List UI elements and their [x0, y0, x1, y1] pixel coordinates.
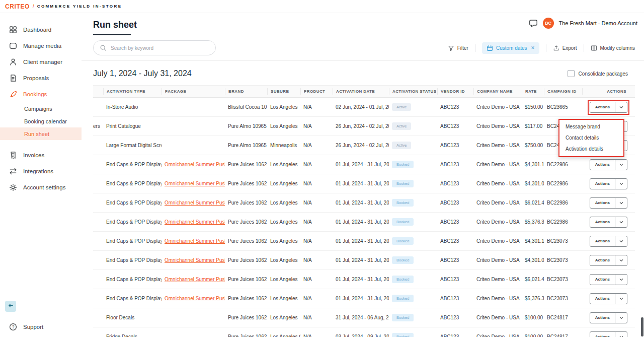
cell-rate: $100.00: [522, 315, 544, 320]
cell-activation-type: End Caps & POP Displays: [103, 200, 162, 206]
sidebar-subitem-run-sheet[interactable]: Run sheet: [0, 127, 82, 140]
actions-button[interactable]: Actions: [590, 274, 615, 285]
cell-product: N/A: [300, 238, 333, 244]
cell-package: Omnichannel Summer Push: [162, 277, 225, 282]
menu-item-activation-details[interactable]: Activation details: [559, 144, 623, 155]
avatar[interactable]: BC: [543, 18, 554, 29]
column-header-gutter: [93, 88, 103, 95]
sidebar-item-support[interactable]: ? Support: [9, 323, 43, 331]
consolidate-packages-toggle[interactable]: Consolidate packages: [568, 70, 628, 77]
sidebar-subitem-campaigns[interactable]: Campaigns: [0, 102, 82, 115]
filter-button[interactable]: Filter: [448, 45, 468, 51]
actions-dropdown-button[interactable]: [615, 102, 627, 113]
actions-button[interactable]: Actions: [590, 331, 615, 337]
sidebar-item-invoices[interactable]: Invoices: [0, 147, 82, 163]
cell-brand: Pure Almo 10965: [225, 123, 267, 129]
actions-dropdown-button[interactable]: [615, 255, 627, 266]
actions-dropdown-button[interactable]: [615, 236, 627, 247]
actions-button[interactable]: Actions: [590, 312, 615, 323]
search-input[interactable]: [111, 45, 204, 51]
collapse-sidebar-button[interactable]: [5, 301, 16, 312]
sidebar-item-client-manager[interactable]: Client manager: [0, 54, 82, 70]
table-row: Fridge DecalsPure Juices 10629Los Angele…: [93, 327, 635, 337]
vertical-scrollbar-thumb[interactable]: [641, 317, 643, 336]
export-button[interactable]: Export: [553, 45, 577, 51]
cell-activation-date: 26 Jun, 2024 - 02 Jul, 2024: [333, 143, 389, 148]
sidebar-item-bookings[interactable]: Bookings: [0, 86, 82, 102]
chevron-down-icon: [619, 220, 624, 225]
package-link[interactable]: Omnichannel Summer Push: [165, 296, 225, 301]
consolidate-checkbox[interactable]: [568, 70, 575, 77]
cell-rate: $4,301.06: [522, 257, 544, 263]
toolbar-divider: [584, 44, 584, 52]
sidebar-subitem-booking-calendar[interactable]: Booking calendar: [0, 115, 82, 127]
cell-rate: $4,301.13: [522, 238, 544, 244]
menu-item-message-brand[interactable]: Message brand: [559, 121, 623, 132]
cell-vendor-id: ABC123: [437, 123, 473, 129]
actions-button[interactable]: Actions: [590, 178, 615, 189]
column-header-product[interactable]: PRODUCT: [300, 88, 333, 95]
column-header-campaign-id[interactable]: CAMPAIGN ID: [544, 88, 582, 95]
package-link[interactable]: Omnichannel Summer Push: [165, 238, 225, 244]
cell-actions: Actions: [582, 255, 635, 266]
column-header-company-name[interactable]: COMPANY NAME: [473, 88, 522, 95]
package-link[interactable]: Omnichannel Summer Push: [165, 200, 225, 206]
chevron-down-icon: [619, 162, 624, 167]
actions-button[interactable]: Actions: [590, 255, 615, 266]
actions-button-group: Actions: [590, 274, 627, 285]
modify-columns-button[interactable]: Modify columns: [591, 45, 635, 51]
column-header-activation-type[interactable]: ACTIVATION TYPE: [103, 88, 162, 95]
package-link[interactable]: Omnichannel Summer Push: [165, 277, 225, 282]
cell-suburb: Los Angeles: [267, 296, 300, 301]
column-header-vendor-id[interactable]: VENDOR ID: [437, 88, 473, 95]
cell-actions: Actions: [582, 159, 635, 170]
sidebar-item-dashboard[interactable]: Dashboard: [0, 22, 82, 38]
column-header-suburb[interactable]: SUBURB: [267, 88, 300, 95]
column-header-activation-status[interactable]: ACTIVATION STATUS▲: [389, 88, 437, 95]
actions-button[interactable]: Actions: [590, 217, 615, 228]
package-link[interactable]: Omnichannel Summer Push: [165, 162, 225, 167]
cell-activation-status: Booked: [389, 256, 437, 264]
sidebar-item-account-settings[interactable]: Account settings: [0, 179, 82, 195]
actions-dropdown-button[interactable]: [615, 197, 627, 209]
column-header-brand[interactable]: BRAND: [225, 88, 267, 95]
actions-dropdown-button[interactable]: [615, 312, 627, 323]
column-header-rate[interactable]: RATE: [522, 88, 544, 95]
actions-dropdown-button[interactable]: [615, 159, 627, 170]
table-toolbar: Filter Custom dates × Export Modify colu…: [448, 42, 635, 54]
sidebar-item-integrations[interactable]: Integrations: [0, 163, 82, 179]
sidebar-item-label: Bookings: [23, 91, 47, 97]
sidebar-item-manage-media[interactable]: Manage media: [0, 38, 82, 54]
remove-dates-icon[interactable]: ×: [531, 45, 535, 51]
actions-dropdown-button[interactable]: [615, 178, 627, 189]
actions-dropdown-button[interactable]: [615, 331, 627, 337]
product-name: COMMERCE YIELD IN-STORE: [37, 4, 122, 9]
actions-dropdown-button[interactable]: [615, 274, 627, 285]
cell-rate: $6,021.48: [522, 200, 544, 206]
actions-dropdown-button[interactable]: [615, 293, 627, 304]
chat-icon[interactable]: [529, 19, 538, 28]
actions-button[interactable]: Actions: [590, 159, 615, 170]
custom-dates-chip[interactable]: Custom dates ×: [482, 42, 539, 54]
menu-item-contact-details[interactable]: Contact details: [559, 132, 623, 144]
actions-button[interactable]: Actions: [590, 102, 615, 113]
table-row: In-Store AudioBlissful Cocoa 10964Los An…: [93, 98, 635, 117]
actions-button[interactable]: Actions: [590, 236, 615, 247]
cell-vendor-id: ABC123: [437, 162, 473, 167]
cell-rate: $5,376.33: [522, 219, 544, 225]
topbar: CRITEO / COMMERCE YIELD IN-STORE: [0, 0, 644, 13]
package-link[interactable]: Omnichannel Summer Push: [165, 219, 225, 225]
cell-activation-status: Booked: [389, 276, 437, 283]
package-link[interactable]: Omnichannel Summer Push: [165, 257, 225, 263]
sidebar-item-proposals[interactable]: Proposals: [0, 70, 82, 86]
column-header-package[interactable]: PACKAGE: [162, 88, 225, 95]
actions-dropdown-button[interactable]: [615, 217, 627, 228]
cell-campaign-id: BC22986: [544, 200, 582, 206]
actions-button[interactable]: Actions: [590, 293, 615, 304]
actions-button[interactable]: Actions: [590, 197, 615, 209]
account-name[interactable]: The Fresh Mart - Demo Account: [559, 20, 638, 26]
cell-suburb: Los Angeles: [267, 123, 300, 129]
bookings-icon: [9, 90, 17, 98]
package-link[interactable]: Omnichannel Summer Push: [165, 181, 225, 186]
column-header-activation-date[interactable]: ACTIVATION DATE: [333, 88, 389, 95]
